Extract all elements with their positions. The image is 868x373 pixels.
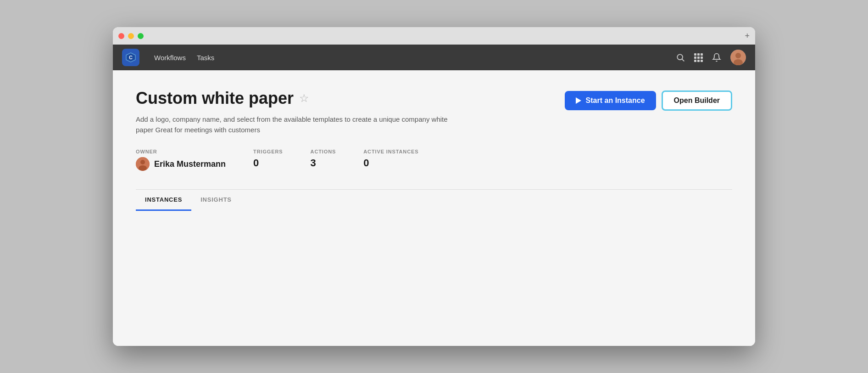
tab-insights[interactable]: INSIGHTS	[191, 190, 241, 211]
owner-label: OWNER	[136, 149, 226, 154]
user-avatar[interactable]	[730, 50, 746, 65]
tabs-row: INSTANCES INSIGHTS	[136, 190, 732, 210]
stats-row: OWNER Erika Mustermann TRIGGERS 0	[136, 149, 732, 171]
actions-label: ACTIONS	[311, 149, 336, 154]
active-instances-label: ACTIVE INSTANCES	[363, 149, 418, 154]
actions-stat: ACTIONS 3	[311, 149, 336, 171]
page-header: Custom white paper ☆ Add a logo, company…	[136, 89, 732, 135]
navbar: C Workflows Tasks	[113, 45, 755, 70]
active-instances-stat: ACTIVE INSTANCES 0	[363, 149, 418, 171]
new-tab-button[interactable]: +	[745, 31, 750, 41]
start-instance-label: Start an Instance	[586, 96, 645, 105]
play-icon	[576, 97, 581, 104]
svg-point-2	[677, 54, 683, 60]
bell-icon[interactable]	[712, 53, 721, 62]
nav-tasks[interactable]: Tasks	[197, 54, 214, 62]
owner-name: Erika Mustermann	[154, 159, 226, 169]
svg-text:C: C	[129, 55, 133, 60]
search-icon[interactable]	[676, 53, 685, 62]
tab-instances[interactable]: INSTANCES	[136, 190, 191, 211]
svg-line-3	[682, 59, 684, 62]
app-logo[interactable]: C	[122, 49, 139, 66]
svg-point-9	[139, 165, 147, 171]
traffic-lights	[118, 33, 144, 39]
tabs-section: INSTANCES INSIGHTS	[136, 189, 732, 210]
triggers-label: TRIGGERS	[253, 149, 283, 154]
owner-stat: OWNER Erika Mustermann	[136, 149, 226, 171]
page-title: Custom white paper	[136, 89, 294, 108]
nav-workflows[interactable]: Workflows	[154, 54, 186, 62]
svg-point-5	[735, 53, 741, 58]
apps-grid-icon[interactable]	[694, 53, 703, 62]
active-instances-value: 0	[363, 157, 418, 169]
main-content: Custom white paper ☆ Add a logo, company…	[113, 70, 755, 346]
start-instance-button[interactable]: Start an Instance	[565, 91, 656, 110]
svg-point-8	[140, 160, 145, 164]
actions-value: 3	[311, 157, 336, 169]
page-actions: Start an Instance Open Builder	[565, 90, 732, 111]
page-description: Add a logo, company name, and select fro…	[136, 114, 457, 135]
nav-icons	[676, 50, 746, 65]
maximize-button[interactable]	[138, 33, 144, 39]
page-title-row: Custom white paper ☆	[136, 89, 565, 108]
owner-info: Erika Mustermann	[136, 157, 226, 171]
owner-avatar	[136, 157, 150, 171]
title-bar: +	[113, 27, 755, 45]
page-title-section: Custom white paper ☆ Add a logo, company…	[136, 89, 565, 135]
triggers-stat: TRIGGERS 0	[253, 149, 283, 171]
app-window: + C Workflows Tasks	[113, 27, 755, 346]
favorite-star-icon[interactable]: ☆	[299, 92, 309, 105]
close-button[interactable]	[118, 33, 124, 39]
open-builder-button[interactable]: Open Builder	[662, 90, 732, 111]
triggers-value: 0	[253, 157, 283, 169]
minimize-button[interactable]	[128, 33, 134, 39]
